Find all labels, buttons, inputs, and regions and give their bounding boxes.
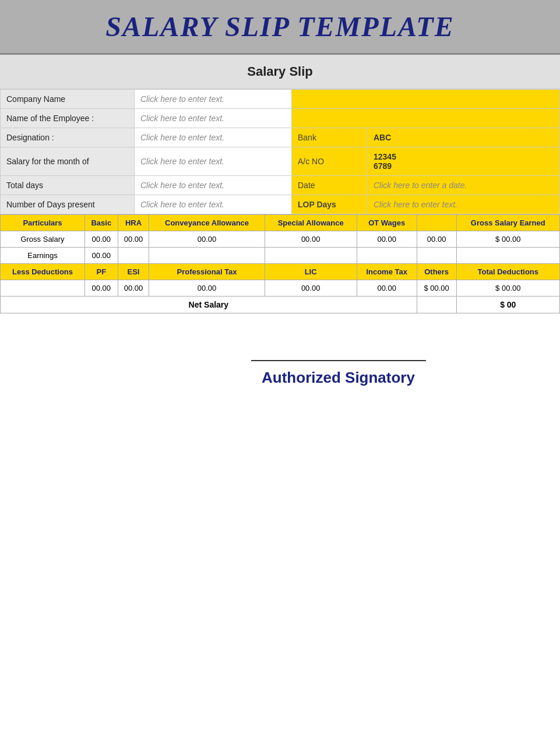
designation-row: Designation : Click here to enter text. … xyxy=(1,128,560,147)
employee-name-row: Name of the Employee : Click here to ent… xyxy=(1,109,560,128)
employee-name-input[interactable]: Click here to enter text. xyxy=(135,109,292,128)
col7-header xyxy=(417,215,456,231)
employee-yellow-empty xyxy=(292,109,560,128)
prof-tax-val: 00.00 xyxy=(149,280,265,297)
gross-salary-row: Gross Salary 00.00 00.00 00.00 00.00 00.… xyxy=(1,231,560,248)
particulars-header: Particulars xyxy=(1,215,85,231)
days-present-row: Number of Days present Click here to ent… xyxy=(1,195,560,214)
lic-val: 00.00 xyxy=(265,280,357,297)
header-banner: Salary Slip Template xyxy=(0,0,560,55)
designation-input[interactable]: Click here to enter text. xyxy=(135,128,292,147)
days-present-label: Number of Days present xyxy=(1,195,135,214)
deduction-values-row: 00.00 00.00 00.00 00.00 00.00 $ 00.00 $ … xyxy=(1,280,560,297)
salary-month-label: Salary for the month of xyxy=(1,147,135,176)
hra-header: HRA xyxy=(118,215,149,231)
net-salary-row: Net Salary $ 00 xyxy=(1,297,560,313)
days-present-input[interactable]: Click here to enter text. xyxy=(135,195,292,214)
pf-val: 00.00 xyxy=(85,280,118,297)
salary-month-input[interactable]: Click here to enter text. xyxy=(135,147,292,176)
income-tax-val: 00.00 xyxy=(357,280,417,297)
conveyance-header: Conveyance Allowance xyxy=(149,215,265,231)
main-title: Salary Slip Template xyxy=(6,10,554,43)
total-days-label: Total days xyxy=(1,176,135,195)
earnings-label: Earnings xyxy=(1,248,85,264)
company-yellow-empty xyxy=(292,90,560,109)
net-salary-empty xyxy=(417,297,456,313)
others-header: Others xyxy=(417,264,456,280)
deduction-header-row: Less Deductions PF ESI Professional Tax … xyxy=(1,264,560,280)
income-tax-header: Income Tax xyxy=(357,264,417,280)
designation-label: Designation : xyxy=(1,128,135,147)
esi-val: 00.00 xyxy=(118,280,149,297)
gross-basic-val: 00.00 xyxy=(85,231,118,248)
lop-label: LOP Days xyxy=(292,195,368,214)
earnings-row: Earnings 00.00 xyxy=(1,248,560,264)
others-val: $ 00.00 xyxy=(417,280,456,297)
earnings-ot-empty xyxy=(357,248,417,264)
total-days-input[interactable]: Click here to enter text. xyxy=(135,176,292,195)
signature-section: Authorized Signatory xyxy=(0,313,560,411)
salary-header-row: Particulars Basic HRA Conveyance Allowan… xyxy=(1,215,560,231)
net-salary-label: Net Salary xyxy=(1,297,417,313)
net-salary-value: $ 00 xyxy=(456,297,559,313)
pf-header: PF xyxy=(85,264,118,280)
gross-special-val: 00.00 xyxy=(265,231,357,248)
account-no-label: A/c NO xyxy=(292,147,368,176)
sub-header: Salary Slip xyxy=(0,55,560,89)
gross-earned-header: Gross Salary Earned xyxy=(456,215,559,231)
signature-line xyxy=(251,360,426,361)
info-table: Company Name Click here to enter text. N… xyxy=(0,89,560,214)
ot-wages-header: OT Wages xyxy=(357,215,417,231)
earnings-basic-val: 00.00 xyxy=(85,248,118,264)
date-input[interactable]: Click here to enter a date. xyxy=(368,176,560,195)
gross-conveyance-val: 00.00 xyxy=(149,231,265,248)
special-header: Special Allowance xyxy=(265,215,357,231)
authorized-signatory: Authorized Signatory xyxy=(262,367,415,388)
earnings-gross-empty xyxy=(456,248,559,264)
earnings-col7-empty xyxy=(417,248,456,264)
esi-header: ESI xyxy=(118,264,149,280)
lop-input[interactable]: Click here to enter text. xyxy=(368,195,560,214)
lic-header: LIC xyxy=(265,264,357,280)
gross-earned-val: $ 00.00 xyxy=(456,231,559,248)
total-deductions-header: Total Deductions xyxy=(456,264,559,280)
less-deductions-header: Less Deductions xyxy=(1,264,85,280)
salary-month-row: Salary for the month of Click here to en… xyxy=(1,147,560,176)
bank-value: ABC xyxy=(368,128,560,147)
company-name-label: Company Name xyxy=(1,90,135,109)
salary-table: Particulars Basic HRA Conveyance Allowan… xyxy=(0,214,560,313)
company-name-input[interactable]: Click here to enter text. xyxy=(135,90,292,109)
account-no-value: 123456789 xyxy=(368,147,560,176)
bank-label: Bank xyxy=(292,128,368,147)
gross-ot-val: 00.00 xyxy=(357,231,417,248)
earnings-hra-empty xyxy=(118,248,149,264)
earnings-spec-empty xyxy=(265,248,357,264)
gross-hra-val: 00.00 xyxy=(118,231,149,248)
company-row: Company Name Click here to enter text. xyxy=(1,90,560,109)
total-deductions-val: $ 00.00 xyxy=(456,280,559,297)
earnings-conv-empty xyxy=(149,248,265,264)
employee-name-label: Name of the Employee : xyxy=(1,109,135,128)
deduction-empty xyxy=(1,280,85,297)
gross-salary-label: Gross Salary xyxy=(1,231,85,248)
prof-tax-header: Professional Tax xyxy=(149,264,265,280)
date-label: Date xyxy=(292,176,368,195)
gross-col7-val: 00.00 xyxy=(417,231,456,248)
total-days-row: Total days Click here to enter text. Dat… xyxy=(1,176,560,195)
sub-title: Salary Slip xyxy=(247,64,313,79)
basic-header: Basic xyxy=(85,215,118,231)
